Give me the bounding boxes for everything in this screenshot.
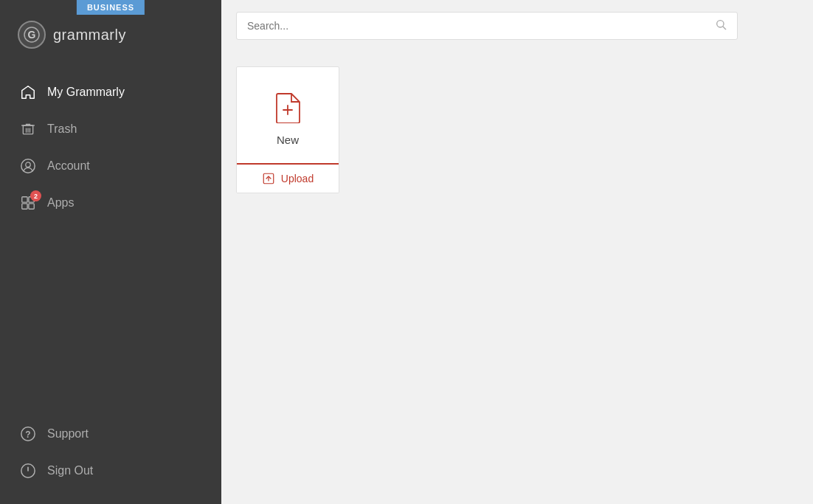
svg-rect-8 bbox=[22, 197, 27, 202]
upload-icon bbox=[262, 172, 275, 185]
help-icon: ? bbox=[19, 425, 37, 443]
sidebar-item-trash[interactable]: Trash bbox=[0, 111, 221, 148]
logo-icon: G bbox=[18, 21, 46, 49]
card-upload-label: Upload bbox=[281, 173, 314, 184]
business-badge: BUSINESS bbox=[77, 0, 145, 15]
sidebar-item-label: My Grammarly bbox=[47, 86, 125, 99]
apps-badge: 2 bbox=[30, 190, 41, 201]
main-content: New Upload bbox=[221, 0, 813, 504]
svg-rect-11 bbox=[29, 204, 34, 209]
sidebar-item-apps[interactable]: 2 Apps bbox=[0, 184, 221, 221]
svg-line-17 bbox=[723, 27, 726, 30]
account-icon bbox=[19, 157, 37, 175]
bottom-nav: ? Support Sign Out bbox=[0, 415, 221, 504]
main-nav: My Grammarly Trash bbox=[0, 66, 221, 415]
sidebar-item-support[interactable]: ? Support bbox=[0, 415, 221, 452]
signout-icon bbox=[19, 462, 37, 480]
sidebar-item-account[interactable]: Account bbox=[0, 148, 221, 184]
svg-text:?: ? bbox=[25, 429, 30, 440]
home-icon bbox=[19, 83, 37, 101]
sidebar: BUSINESS G grammarly My Grammarly bbox=[0, 0, 221, 504]
sidebar-item-label: Trash bbox=[47, 122, 77, 136]
sidebar-item-label: Sign Out bbox=[47, 464, 93, 477]
sidebar-item-my-grammarly[interactable]: My Grammarly bbox=[0, 74, 221, 111]
svg-text:G: G bbox=[28, 29, 36, 41]
search-container bbox=[236, 12, 738, 40]
new-document-icon bbox=[274, 92, 301, 126]
new-upload-card[interactable]: New Upload bbox=[236, 66, 339, 193]
card-bottom-upload[interactable]: Upload bbox=[237, 163, 339, 193]
card-grid: New Upload bbox=[236, 66, 339, 193]
card-new-label: New bbox=[277, 134, 299, 146]
search-input[interactable] bbox=[247, 20, 709, 32]
svg-point-7 bbox=[26, 162, 30, 167]
sidebar-item-label: Account bbox=[47, 159, 90, 173]
search-bar-area bbox=[221, 0, 813, 52]
sidebar-item-sign-out[interactable]: Sign Out bbox=[0, 452, 221, 489]
sidebar-item-label: Support bbox=[47, 427, 89, 441]
apps-icon: 2 bbox=[19, 194, 37, 212]
sidebar-item-label: Apps bbox=[47, 196, 74, 210]
logo-text: grammarly bbox=[53, 27, 126, 44]
content-area: New Upload bbox=[221, 52, 813, 504]
search-icon bbox=[715, 18, 727, 33]
trash-icon bbox=[19, 120, 37, 138]
card-top: New bbox=[237, 67, 339, 163]
svg-rect-10 bbox=[22, 204, 27, 209]
